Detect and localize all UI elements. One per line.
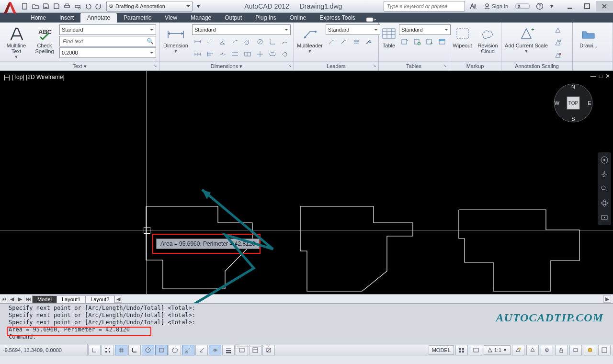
infocenter-icon[interactable] bbox=[468, 1, 478, 11]
multiline-text-button[interactable]: Multiline Text ▼ bbox=[3, 24, 30, 60]
revision-cloud-button[interactable]: Revision Cloud bbox=[477, 24, 499, 54]
scale-del-icon[interactable] bbox=[552, 49, 564, 61]
undo-icon[interactable] bbox=[83, 1, 93, 11]
layout-prev-icon[interactable]: ◀ bbox=[8, 295, 16, 303]
dim-arc-icon[interactable] bbox=[229, 36, 241, 47]
multileader-button[interactable]: Multileader ▼ bbox=[297, 24, 323, 54]
tab-expresstools[interactable]: Express Tools bbox=[313, 13, 362, 23]
help-search[interactable] bbox=[384, 1, 465, 11]
sb-model-chip[interactable]: MODEL bbox=[429, 345, 454, 355]
sb-isolate-icon[interactable] bbox=[584, 345, 596, 355]
leader-style-dropdown[interactable]: Standard bbox=[326, 24, 380, 35]
sb-quickview-icon[interactable] bbox=[470, 345, 482, 355]
check-spelling-button[interactable]: ABC Check Spelling bbox=[33, 24, 57, 54]
help-icon[interactable]: ? bbox=[534, 1, 545, 11]
dim-center-icon[interactable] bbox=[254, 48, 266, 60]
tab-online[interactable]: Online bbox=[283, 13, 313, 23]
panel-launcher-icon[interactable]: ↘ bbox=[443, 63, 447, 68]
find-text-input[interactable]: 🔍 bbox=[59, 36, 156, 46]
nav-wheel-icon[interactable] bbox=[600, 155, 609, 165]
panel-leaders-title[interactable]: Leaders↘ bbox=[294, 61, 378, 70]
drawing-area[interactable]: [–] [Top] [2D Wireframe] — □ ✕ Area = 95… bbox=[0, 71, 613, 294]
layout-next-icon[interactable]: ▶ bbox=[16, 295, 24, 303]
panel-tables-title[interactable]: Tables↘ bbox=[379, 61, 449, 70]
saveas-icon[interactable] bbox=[52, 1, 61, 11]
viewcube[interactable]: TOP N S W E bbox=[553, 82, 594, 124]
wipeout-button[interactable]: Wipeout bbox=[451, 24, 474, 48]
sb-otrack-icon[interactable] bbox=[182, 345, 194, 355]
dimension-button[interactable]: Dimension ▼ bbox=[162, 24, 189, 54]
layout-tab-layout1[interactable]: Layout1 bbox=[57, 296, 86, 303]
table-link-icon[interactable] bbox=[411, 36, 423, 47]
command-line[interactable]: Specify next point or [Arc/Length/Undo/T… bbox=[0, 303, 613, 344]
panel-launcher-icon[interactable]: ↘ bbox=[288, 63, 292, 68]
nav-showmotion-icon[interactable] bbox=[600, 213, 609, 222]
print-preview-icon[interactable] bbox=[73, 1, 82, 11]
table-export-icon[interactable] bbox=[436, 36, 448, 47]
sb-polar-icon[interactable] bbox=[142, 345, 154, 355]
panel-launcher-icon[interactable]: ↘ bbox=[153, 63, 157, 68]
sb-hardware-icon[interactable] bbox=[569, 345, 582, 355]
text-height-dropdown[interactable]: 0.2000 bbox=[59, 47, 156, 58]
ribbon-tab-overflow[interactable] bbox=[366, 17, 376, 23]
sb-infer-icon[interactable] bbox=[88, 345, 101, 355]
sb-annoauto-icon[interactable] bbox=[526, 345, 539, 355]
dim-inspect-icon[interactable] bbox=[267, 48, 278, 60]
panel-launcher-icon[interactable]: ↘ bbox=[373, 63, 376, 68]
dim-tolerance-icon[interactable] bbox=[242, 48, 253, 60]
tab-parametric[interactable]: Parametric bbox=[117, 13, 158, 23]
table-extract-icon[interactable] bbox=[399, 36, 410, 47]
workspace-menu-icon[interactable]: ▾ bbox=[193, 1, 203, 11]
layout-tab-model[interactable]: Model bbox=[32, 296, 57, 303]
dim-continue-icon[interactable] bbox=[192, 48, 204, 60]
sb-grid-icon[interactable] bbox=[115, 345, 127, 355]
sb-osnap-icon[interactable] bbox=[155, 345, 168, 355]
dim-update-icon[interactable] bbox=[279, 48, 291, 60]
print-icon[interactable] bbox=[62, 1, 72, 11]
table-style-dropdown[interactable]: Standard bbox=[399, 24, 451, 35]
tab-output[interactable]: Output bbox=[218, 13, 249, 23]
sb-snap-icon[interactable] bbox=[102, 345, 114, 355]
nav-zoom-icon[interactable] bbox=[600, 184, 609, 193]
horizontal-scrollbar[interactable]: ◀ ▶ bbox=[114, 295, 613, 303]
draw-button[interactable]: Drawi... bbox=[576, 24, 602, 48]
sb-ws-switch-icon[interactable]: ⚙ bbox=[541, 345, 553, 355]
minimize-button[interactable] bbox=[561, 1, 579, 11]
dim-style-dropdown[interactable]: Standard bbox=[192, 24, 291, 35]
panel-text-title[interactable]: Text ▾↘ bbox=[0, 61, 159, 70]
sb-annovisibility-icon[interactable] bbox=[512, 345, 524, 355]
tab-manage[interactable]: Manage bbox=[184, 13, 218, 23]
tab-view[interactable]: View bbox=[158, 13, 184, 23]
scroll-left-icon[interactable]: ◀ bbox=[114, 295, 122, 303]
sb-ducs-icon[interactable] bbox=[195, 345, 208, 355]
table-download-icon[interactable] bbox=[424, 36, 435, 47]
panel-dimensions-title[interactable]: Dimensions ▾↘ bbox=[159, 61, 294, 70]
sb-annoscale[interactable]: 1:1▼ bbox=[484, 345, 511, 355]
dim-linear-icon[interactable] bbox=[192, 36, 204, 47]
nav-orbit-icon[interactable] bbox=[600, 198, 609, 208]
sb-dyn-icon[interactable] bbox=[209, 345, 221, 355]
leader-align-icon[interactable] bbox=[351, 36, 362, 47]
scale-list-icon[interactable] bbox=[552, 24, 564, 36]
dim-break-icon[interactable] bbox=[217, 48, 228, 60]
tab-plugins[interactable]: Plug-ins bbox=[249, 13, 283, 23]
help-dropdown-icon[interactable]: ▾ bbox=[547, 1, 556, 11]
layout-first-icon[interactable]: ⏮ bbox=[0, 295, 8, 303]
sb-layout-grid-icon[interactable] bbox=[455, 345, 468, 355]
tab-annotate[interactable]: Annotate bbox=[80, 13, 117, 23]
dim-jogged-icon[interactable] bbox=[279, 36, 291, 47]
add-current-scale-button[interactable]: + Add Current Scale ▼ bbox=[503, 24, 549, 54]
scale-sync-icon[interactable] bbox=[552, 37, 564, 48]
help-search-input[interactable] bbox=[386, 3, 463, 10]
layout-tab-layout2[interactable]: Layout2 bbox=[85, 296, 114, 303]
app-logo[interactable] bbox=[0, 0, 19, 12]
open-icon[interactable] bbox=[31, 1, 40, 11]
dim-ordinate-icon[interactable] bbox=[267, 36, 278, 47]
sb-3dosnap-icon[interactable] bbox=[169, 345, 181, 355]
layout-last-icon[interactable]: ⏭ bbox=[24, 295, 33, 303]
dim-angular-icon[interactable] bbox=[217, 36, 228, 47]
scroll-right-icon[interactable]: ▶ bbox=[603, 295, 611, 303]
close-button[interactable] bbox=[596, 1, 613, 11]
text-style-dropdown[interactable]: Standard bbox=[59, 24, 156, 35]
dim-aligned-icon[interactable] bbox=[204, 36, 216, 47]
